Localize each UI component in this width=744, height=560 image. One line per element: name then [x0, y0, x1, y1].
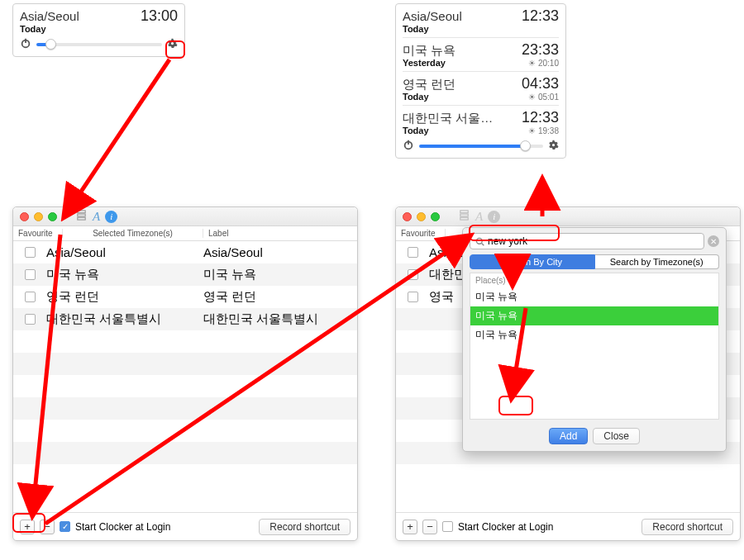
window-titlebar: A i: [13, 207, 357, 226]
sunrise-time: ☀ 20:10: [528, 59, 559, 68]
relative-day: Today: [403, 24, 429, 34]
clocker-widget-expanded: Asia/Seoul12:33Today미국 뉴욕23:33Yesterday☀…: [395, 3, 566, 159]
favourite-checkbox[interactable]: [408, 269, 418, 280]
table-row-empty: [13, 397, 357, 420]
appearance-tab-icon[interactable]: A: [93, 210, 100, 224]
table-row[interactable]: 영국 런던영국 런던: [13, 286, 357, 308]
add-timezone-button[interactable]: +: [20, 520, 35, 534]
zoom-window-icon[interactable]: [431, 212, 440, 221]
relative-day: Today: [20, 24, 178, 34]
timezone-cell: 영국 런던: [46, 289, 203, 305]
sunrise-time: ☀ 05:01: [528, 93, 559, 102]
label-cell: 영국 런던: [203, 289, 357, 305]
table-row-empty: [13, 330, 357, 353]
remove-timezone-button[interactable]: −: [40, 520, 55, 534]
table-row-empty: [396, 464, 740, 486]
timezone-name: 영국 런던: [403, 77, 455, 93]
relative-day: Today: [403, 92, 429, 102]
table-row-empty: [13, 353, 357, 375]
svg-line-11: [482, 243, 484, 245]
favourite-checkbox[interactable]: [25, 247, 36, 258]
clock-time: 04:33: [522, 75, 559, 93]
gear-icon[interactable]: [548, 140, 559, 153]
bottom-toolbar: + − ✓ Start Clocker at Login Record shor…: [13, 512, 357, 540]
table-row[interactable]: 대한민국 서울특별시대한민국 서울특별시: [13, 308, 357, 330]
svg-rect-5: [78, 214, 85, 216]
timezones-tab-icon[interactable]: [458, 209, 470, 224]
svg-rect-6: [78, 217, 85, 220]
start-at-login-checkbox[interactable]: ✓: [60, 521, 70, 532]
table-row-empty: [13, 442, 357, 464]
gear-icon[interactable]: [167, 38, 178, 51]
about-tab-icon[interactable]: i: [488, 211, 500, 223]
column-timezone[interactable]: Selected Timezone(s): [63, 229, 203, 238]
svg-rect-7: [460, 211, 468, 213]
timezone-cell: 미국 뉴욕: [46, 267, 203, 282]
table-row-empty: [13, 420, 357, 442]
bottom-toolbar: + − Start Clocker at Login Record shortc…: [396, 512, 740, 540]
timezone-name: Asia/Seoul: [403, 9, 462, 23]
svg-rect-4: [78, 211, 85, 213]
favourite-checkbox[interactable]: [408, 292, 418, 302]
appearance-tab-icon[interactable]: A: [475, 210, 483, 224]
record-shortcut-button[interactable]: Record shortcut: [259, 519, 351, 535]
search-by-timezone-tab[interactable]: Search by Timezone(s): [595, 254, 720, 269]
column-favourite[interactable]: Favourite: [396, 229, 446, 238]
timezone-name: 미국 뉴욕: [403, 43, 455, 59]
result-item[interactable]: 미국 뉴욕: [470, 287, 718, 306]
column-favourite[interactable]: Favourite: [13, 229, 63, 238]
start-at-login-checkbox[interactable]: [442, 521, 453, 532]
add-city-popover: ✕ Search By City Search by Timezone(s) P…: [462, 227, 727, 452]
start-at-login-label: Start Clocker at Login: [458, 521, 553, 533]
svg-point-10: [476, 238, 482, 244]
close-window-icon[interactable]: [403, 212, 412, 221]
result-item-selected[interactable]: 미국 뉴욕: [470, 306, 718, 325]
results-header: Place(s): [470, 273, 718, 287]
power-icon[interactable]: [403, 139, 414, 153]
power-icon[interactable]: [20, 37, 31, 51]
remove-timezone-button[interactable]: −: [422, 520, 437, 534]
favourite-checkbox[interactable]: [25, 314, 36, 325]
close-window-icon[interactable]: [20, 212, 29, 221]
result-item[interactable]: 미국 뉴욕: [470, 325, 718, 344]
timezone-cell: Asia/Seoul: [46, 245, 203, 259]
table-header: Favourite Selected Timezone(s) Label: [13, 226, 357, 241]
start-at-login-label: Start Clocker at Login: [75, 521, 170, 533]
clock-time: 23:33: [522, 41, 559, 59]
zoom-window-icon[interactable]: [48, 212, 57, 221]
column-label[interactable]: Label: [203, 229, 357, 238]
table-row-empty: [13, 375, 357, 397]
search-results: Place(s) 미국 뉴욕 미국 뉴욕 미국 뉴욕: [470, 273, 719, 420]
favourite-checkbox[interactable]: [25, 292, 36, 302]
clear-search-icon[interactable]: ✕: [708, 235, 719, 247]
minimize-window-icon[interactable]: [34, 212, 43, 221]
add-timezone-button[interactable]: +: [403, 520, 417, 534]
preferences-window: A i Favourite Selected Timezone(s) Label…: [12, 206, 358, 541]
clocker-widget-compact: Asia/Seoul 13:00 Today: [12, 3, 185, 57]
table-row[interactable]: 미국 뉴욕미국 뉴욕: [13, 263, 357, 286]
time-scrub-slider[interactable]: [36, 43, 162, 46]
sunrise-time: ☀ 19:38: [528, 126, 559, 135]
search-input[interactable]: [488, 235, 699, 247]
search-by-city-tab[interactable]: Search By City: [470, 254, 595, 269]
svg-line-12: [68, 59, 169, 211]
timezone-name: Asia/Seoul: [20, 9, 79, 23]
favourite-checkbox[interactable]: [25, 269, 36, 280]
favourite-checkbox[interactable]: [408, 247, 418, 258]
clock-time: 13:00: [141, 7, 178, 25]
city-search-field[interactable]: [470, 233, 704, 249]
minimize-window-icon[interactable]: [417, 212, 426, 221]
relative-day: Yesterday: [403, 58, 446, 68]
table-row-empty: [13, 464, 357, 486]
timezone-name: 대한민국 서울…: [403, 111, 493, 126]
table-row[interactable]: Asia/SeoulAsia/Seoul: [13, 241, 357, 263]
time-scrub-slider[interactable]: [419, 145, 543, 148]
svg-rect-9: [460, 217, 468, 220]
record-shortcut-button[interactable]: Record shortcut: [641, 519, 733, 535]
about-tab-icon[interactable]: i: [105, 211, 117, 223]
timezones-tab-icon[interactable]: [75, 209, 88, 224]
add-button[interactable]: Add: [549, 428, 588, 444]
timezone-cell: 대한민국 서울특별시: [46, 311, 203, 327]
svg-rect-8: [460, 214, 468, 216]
close-button[interactable]: Close: [593, 428, 640, 444]
